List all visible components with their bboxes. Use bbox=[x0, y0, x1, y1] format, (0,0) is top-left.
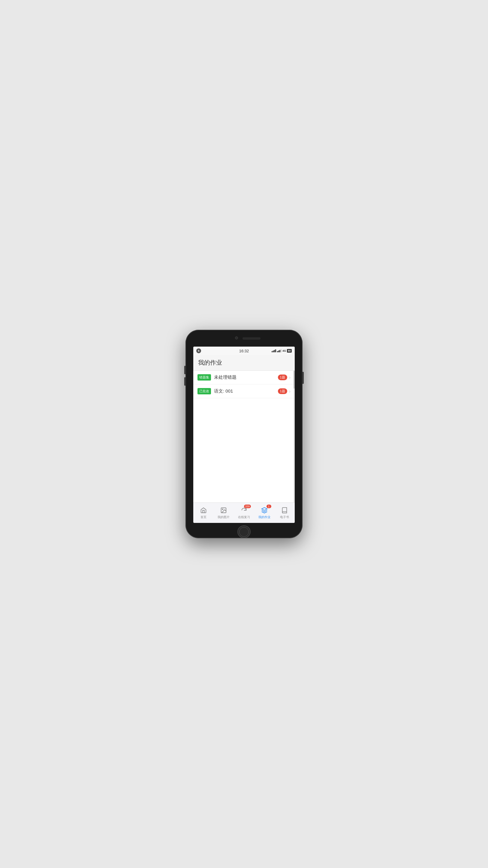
nav-item-homework[interactable]: 1 我的作业 bbox=[254, 506, 274, 519]
scroll-thumb bbox=[294, 371, 295, 389]
phone-camera bbox=[235, 336, 238, 339]
battery-indicator: 80 bbox=[287, 349, 292, 352]
signal-icon bbox=[271, 349, 276, 352]
box-icon: 1 bbox=[261, 506, 268, 514]
lte-label: 4G bbox=[283, 349, 286, 352]
notification-badge: 6 bbox=[196, 348, 201, 353]
home-button-inner bbox=[239, 527, 249, 537]
power-button bbox=[302, 372, 304, 384]
home-button[interactable] bbox=[237, 525, 251, 538]
chevron-right-icon: › bbox=[289, 389, 291, 394]
content-scroll-area[interactable]: 错题集 未处理错题 1题 › 已批改 语文: 001 1题 › bbox=[193, 371, 295, 502]
chevron-right-icon: › bbox=[289, 375, 291, 380]
nav-item-review[interactable]: 339 在线复习 bbox=[234, 506, 254, 519]
signal-icon-2 bbox=[277, 349, 282, 352]
nav-label-ebook: 电子书 bbox=[280, 515, 289, 519]
nav-item-home[interactable]: 首页 bbox=[193, 506, 214, 519]
item-title-unprocessed: 未处理错题 bbox=[214, 375, 278, 380]
count-badge-1: 1题 bbox=[278, 375, 287, 380]
list-item[interactable]: 错题集 未处理错题 1题 › bbox=[193, 371, 295, 384]
status-time: 16:32 bbox=[239, 349, 249, 353]
bottom-nav: 首页 我的图片 339 bbox=[193, 502, 295, 523]
tag-corrected: 已批改 bbox=[197, 388, 211, 394]
svg-point-1 bbox=[222, 509, 223, 510]
status-bar: 6 16:32 4G 80 bbox=[193, 347, 295, 355]
status-left: 6 bbox=[196, 348, 201, 353]
list-item[interactable]: 已批改 语文: 001 1题 › bbox=[193, 384, 295, 398]
count-badge-2: 1题 bbox=[278, 389, 287, 394]
nav-label-review: 在线复习 bbox=[238, 515, 250, 519]
status-right: 4G 80 bbox=[271, 349, 292, 352]
nav-item-ebook[interactable]: 电子书 bbox=[274, 506, 295, 519]
image-icon bbox=[220, 506, 227, 514]
phone-device: 6 16:32 4G 80 bbox=[186, 330, 302, 538]
nav-label-photos: 我的图片 bbox=[218, 515, 230, 519]
homework-badge: 1 bbox=[266, 504, 271, 508]
nav-label-homework: 我的作业 bbox=[258, 515, 270, 519]
phone-speaker bbox=[242, 337, 261, 340]
home-icon bbox=[200, 506, 207, 514]
page-title: 我的作业 bbox=[198, 359, 290, 367]
tag-error-collection: 错题集 bbox=[197, 374, 211, 380]
phone-screen: 6 16:32 4G 80 bbox=[193, 347, 295, 523]
book-icon bbox=[281, 506, 288, 514]
volume-up-button bbox=[184, 366, 186, 374]
refresh-icon: 339 bbox=[240, 506, 248, 514]
nav-item-photos[interactable]: 我的图片 bbox=[214, 506, 234, 519]
scroll-track bbox=[294, 371, 295, 502]
item-title-chinese: 语文: 001 bbox=[214, 389, 278, 394]
page-title-bar: 我的作业 bbox=[193, 355, 295, 371]
review-badge: 339 bbox=[244, 504, 251, 508]
nav-label-home: 首页 bbox=[200, 515, 206, 519]
volume-down-button bbox=[184, 377, 186, 385]
